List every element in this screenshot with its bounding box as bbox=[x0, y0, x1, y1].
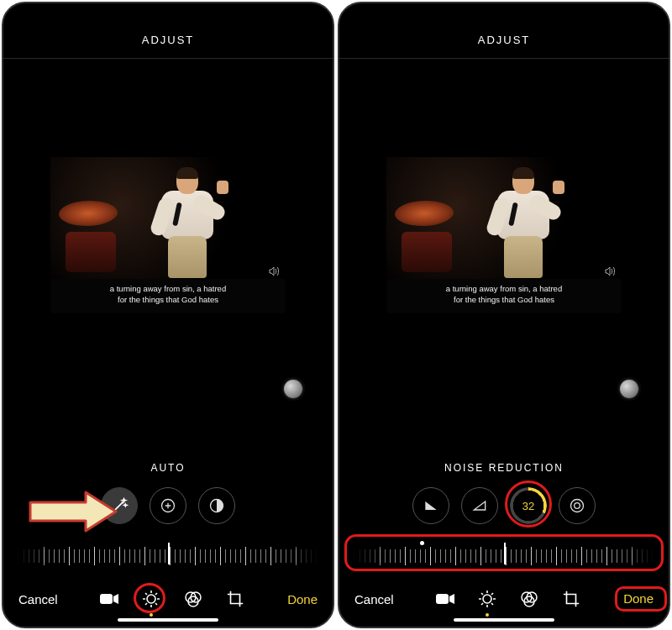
done-button[interactable]: Done bbox=[623, 591, 654, 606]
video-caption: a turning away from sin, a hatred for th… bbox=[50, 279, 286, 313]
video-thumbnail bbox=[50, 157, 286, 279]
phone-right: ADJUST a turning away from sin, a hatred bbox=[338, 2, 670, 628]
video-preview-area: a turning away from sin, a hatred for th… bbox=[339, 59, 669, 454]
slider-handle[interactable] bbox=[504, 543, 506, 564]
exposure-button[interactable] bbox=[150, 487, 186, 524]
header-title: ADJUST bbox=[339, 3, 669, 59]
caption-line-1: a turning away from sin, a hatred bbox=[446, 284, 562, 293]
tool-name-label: AUTO bbox=[3, 454, 333, 487]
drum-kit bbox=[66, 232, 116, 272]
svg-point-10 bbox=[483, 595, 491, 603]
phone-left: ADJUST a turning away from sin, bbox=[2, 2, 334, 628]
drum-cymbal bbox=[58, 200, 118, 227]
bottom-toolbar: Cancel bbox=[3, 583, 333, 617]
live-photo-indicator[interactable] bbox=[620, 380, 638, 398]
adjust-slider[interactable] bbox=[339, 536, 669, 583]
filters-mode-icon[interactable] bbox=[518, 588, 540, 610]
edit-mode-tabs bbox=[98, 588, 246, 610]
video-mode-icon[interactable] bbox=[434, 588, 456, 610]
noise-reduction-button[interactable]: 32 bbox=[510, 487, 547, 524]
home-indicator[interactable] bbox=[118, 618, 218, 622]
bottom-toolbar: Cancel bbox=[339, 583, 669, 617]
filters-mode-icon[interactable] bbox=[182, 588, 204, 610]
svg-rect-2 bbox=[100, 594, 113, 604]
audio-icon bbox=[605, 267, 617, 276]
adjust-mode-icon[interactable] bbox=[140, 588, 162, 610]
caption-line-1: a turning away from sin, a hatred bbox=[110, 284, 226, 293]
slider-origin-dot bbox=[420, 541, 424, 545]
sharpness-button[interactable] bbox=[412, 487, 449, 524]
highlights-button[interactable] bbox=[198, 487, 235, 524]
video-frame[interactable]: a turning away from sin, a hatred for th… bbox=[386, 157, 622, 313]
video-caption: a turning away from sin, a hatred for th… bbox=[386, 279, 622, 313]
tool-name-label: NOISE REDUCTION bbox=[339, 454, 669, 487]
video-thumbnail bbox=[386, 157, 622, 279]
adjust-mode-icon[interactable] bbox=[476, 588, 498, 610]
done-button[interactable]: Done bbox=[287, 592, 318, 606]
svg-point-3 bbox=[147, 595, 155, 603]
vignette-button[interactable] bbox=[559, 487, 596, 524]
noise-reduction-button-wrap: 32 bbox=[510, 487, 547, 524]
done-button-wrap: Done bbox=[623, 591, 654, 606]
value-ring bbox=[510, 487, 547, 524]
definition-button[interactable] bbox=[461, 487, 498, 524]
svg-point-8 bbox=[575, 503, 580, 509]
caption-line-2: for the things that God hates bbox=[118, 295, 218, 304]
crop-mode-icon[interactable] bbox=[560, 588, 582, 610]
adjust-tools-row: 32 bbox=[339, 487, 669, 536]
home-indicator[interactable] bbox=[454, 618, 554, 622]
video-mode-icon[interactable] bbox=[98, 588, 120, 610]
live-photo-indicator[interactable] bbox=[284, 380, 302, 398]
audio-icon bbox=[269, 267, 281, 276]
video-preview-area: a turning away from sin, a hatred for th… bbox=[3, 59, 333, 454]
video-frame[interactable]: a turning away from sin, a hatred for th… bbox=[50, 157, 286, 313]
svg-rect-9 bbox=[436, 594, 449, 604]
cancel-button[interactable]: Cancel bbox=[354, 592, 394, 606]
svg-point-7 bbox=[571, 500, 584, 512]
annotation-arrow bbox=[27, 491, 119, 533]
header-title: ADJUST bbox=[3, 3, 333, 59]
caption-line-2: for the things that God hates bbox=[454, 295, 554, 304]
edit-mode-tabs bbox=[434, 588, 582, 610]
slider-handle[interactable] bbox=[168, 543, 170, 564]
cancel-button[interactable]: Cancel bbox=[18, 592, 58, 606]
crop-mode-icon[interactable] bbox=[224, 588, 246, 610]
speaker-person bbox=[150, 169, 225, 278]
adjust-tools-row bbox=[3, 487, 333, 536]
adjust-slider[interactable] bbox=[3, 536, 333, 583]
